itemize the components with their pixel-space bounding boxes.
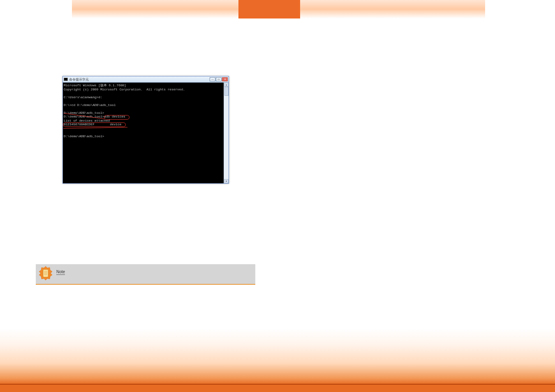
cmd-line: D:\>cd D:\demo\ADB\adb_tool bbox=[64, 104, 116, 107]
svg-rect-1 bbox=[43, 270, 48, 277]
close-button[interactable]: ✕ bbox=[222, 77, 228, 81]
window-buttons: — ▭ ✕ bbox=[210, 77, 228, 81]
maximize-button[interactable]: ▭ bbox=[216, 77, 222, 81]
scroll-up-button[interactable]: ▴ bbox=[224, 83, 229, 87]
note-box: Note bbox=[36, 264, 255, 285]
header-bar bbox=[0, 0, 555, 18]
header-gradient-left bbox=[72, 0, 238, 18]
footer-bottom-bar bbox=[0, 385, 555, 392]
minimize-button[interactable]: — bbox=[210, 77, 215, 81]
cmd-line: C:\Users\alanwang>d: bbox=[64, 96, 102, 99]
footer-gradient bbox=[0, 328, 555, 392]
header-gradient-right bbox=[300, 0, 485, 18]
cmd-window-title: 命令提示字元 bbox=[69, 77, 210, 82]
note-icon bbox=[39, 266, 52, 280]
scroll-thumb[interactable] bbox=[224, 87, 229, 96]
cmd-adb-devices: adb devices bbox=[104, 115, 125, 118]
cmd-body: Microsoft Windows [版本 6.1.7600] Copyrigh… bbox=[63, 83, 224, 183]
note-label: Note bbox=[56, 270, 65, 275]
cmd-line: Microsoft Windows [版本 6.1.7600] bbox=[64, 84, 126, 87]
cmd-body-wrap: Microsoft Windows [版本 6.1.7600] Copyrigh… bbox=[63, 83, 229, 183]
header-tab-active bbox=[238, 0, 300, 18]
cmd-line: Copyright (c) 2009 Microsoft Corporation… bbox=[64, 88, 185, 91]
annotation-stroke bbox=[63, 127, 127, 129]
cmd-line: List of devices attached bbox=[64, 119, 110, 122]
cmd-titlebar: 命令提示字元 — ▭ ✕ bbox=[63, 76, 229, 83]
cmd-icon bbox=[64, 78, 68, 81]
command-prompt-window: 命令提示字元 — ▭ ✕ Microsoft Windows [版本 6.1.7… bbox=[62, 76, 229, 184]
cmd-device-id: 0123456789ABCDEF bbox=[64, 123, 95, 126]
cmd-scrollbar[interactable]: ▴ ▾ bbox=[224, 83, 229, 183]
cmd-line: D:\demo\ADB\adb_tool> bbox=[64, 135, 104, 138]
cmd-device-status: device bbox=[95, 123, 122, 126]
scroll-down-button[interactable]: ▾ bbox=[224, 179, 229, 183]
